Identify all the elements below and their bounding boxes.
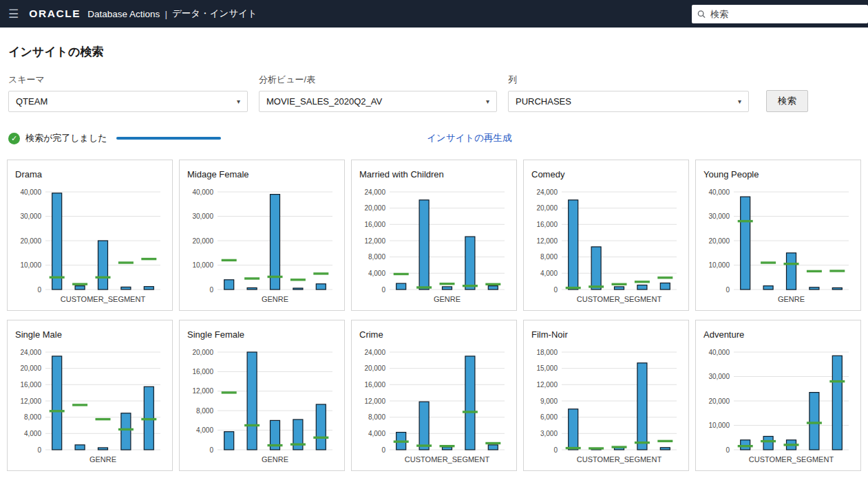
insight-card[interactable]: Comedy 04,0008,00012,00016,00020,00024,0… (523, 160, 689, 311)
insight-card[interactable]: Single Male 04,0008,00012,00016,00020,00… (7, 320, 173, 471)
insight-card[interactable]: Married with Children 04,0008,00012,0001… (351, 160, 517, 311)
svg-text:12,000: 12,000 (364, 397, 385, 405)
svg-text:12,000: 12,000 (20, 397, 41, 405)
svg-text:20,000: 20,000 (192, 349, 213, 356)
svg-text:6,000: 6,000 (540, 413, 558, 421)
breadcrumb-page-name: データ・インサイト (172, 8, 257, 20)
svg-text:16,000: 16,000 (20, 381, 41, 389)
svg-text:16,000: 16,000 (364, 221, 385, 228)
svg-text:4,000: 4,000 (368, 270, 385, 277)
insight-chart: 010,00020,00030,00040,000GENRE (186, 186, 338, 306)
insight-card-title: Comedy (531, 169, 682, 179)
svg-text:CUSTOMER_SEGMENT: CUSTOMER_SEGMENT (577, 455, 662, 463)
svg-text:30,000: 30,000 (20, 212, 41, 220)
svg-text:20,000: 20,000 (536, 204, 558, 212)
svg-text:10,000: 10,000 (708, 422, 730, 429)
filter-row: スキーマ QTEAM ▾ 分析ビュー/表 MOVIE_SALES_2020Q2_… (0, 74, 868, 112)
analytic-view-select[interactable]: MOVIE_SALES_2020Q2_AV ▾ (259, 91, 497, 112)
search-input[interactable] (710, 9, 862, 19)
svg-text:20,000: 20,000 (364, 204, 385, 212)
svg-text:8,000: 8,000 (368, 413, 385, 421)
top-bar: ☰ ORACLE Database Actions | データ・インサイト (0, 0, 868, 28)
svg-text:16,000: 16,000 (192, 368, 213, 375)
insight-chart: 04,0008,00012,00016,00020,00024,000GENRE (358, 186, 510, 306)
svg-text:CUSTOMER_SEGMENT: CUSTOMER_SEGMENT (749, 455, 834, 463)
insight-card-title: Young People (703, 169, 854, 179)
app-title[interactable]: Database Actions (87, 9, 160, 19)
svg-text:4,000: 4,000 (24, 430, 41, 437)
insight-card[interactable]: Adventure 010,00020,00030,00040,000CUSTO… (695, 320, 861, 471)
svg-text:24,000: 24,000 (536, 188, 558, 196)
svg-text:8,000: 8,000 (24, 413, 41, 421)
svg-text:12,000: 12,000 (364, 237, 385, 245)
svg-text:10,000: 10,000 (708, 261, 730, 269)
svg-text:0: 0 (726, 446, 730, 454)
insight-card-title: Crime (359, 329, 510, 340)
schema-select[interactable]: QTEAM ▾ (8, 91, 248, 112)
svg-text:4,000: 4,000 (368, 430, 385, 437)
insight-card[interactable]: Film-Noir 03,0006,0009,00012,00015,00018… (523, 320, 689, 471)
svg-text:30,000: 30,000 (708, 212, 730, 220)
column-field: 列 PURCHASES ▾ (508, 74, 749, 112)
insight-chart: 010,00020,00030,00040,000GENRE (702, 186, 854, 306)
insight-card-title: Midage Female (187, 169, 338, 179)
status-row: ✓ 検索が完了しました インサイトの再生成 (8, 131, 860, 145)
svg-text:10,000: 10,000 (20, 261, 41, 269)
svg-text:12,000: 12,000 (192, 387, 213, 395)
svg-text:0: 0 (37, 286, 41, 294)
insight-chart: 04,0008,00012,00016,00020,00024,000CUSTO… (530, 186, 682, 306)
schema-field: スキーマ QTEAM ▾ (8, 74, 248, 112)
svg-text:8,000: 8,000 (196, 407, 213, 415)
svg-text:20,000: 20,000 (20, 364, 41, 372)
svg-text:0: 0 (553, 446, 558, 454)
svg-text:40,000: 40,000 (708, 349, 730, 356)
insight-card-title: Single Male (15, 329, 166, 340)
page-title: インサイトの検索 (8, 44, 868, 60)
svg-text:20,000: 20,000 (20, 237, 41, 245)
analytic-view-field: 分析ビュー/表 MOVIE_SALES_2020Q2_AV ▾ (259, 74, 497, 112)
insight-card[interactable]: Drama 010,00020,00030,00040,000CUSTOMER_… (7, 160, 173, 311)
regenerate-insights-link[interactable]: インサイトの再生成 (427, 132, 511, 144)
insight-card-title: Film-Noir (531, 329, 682, 340)
svg-text:20,000: 20,000 (708, 397, 730, 405)
svg-text:12,000: 12,000 (536, 381, 558, 389)
svg-text:CUSTOMER_SEGMENT: CUSTOMER_SEGMENT (577, 295, 662, 303)
svg-text:16,000: 16,000 (364, 381, 385, 389)
insight-card-title: Drama (15, 169, 166, 179)
search-button[interactable]: 検索 (766, 90, 808, 112)
svg-text:9,000: 9,000 (540, 397, 558, 405)
hamburger-menu-icon[interactable]: ☰ (8, 8, 19, 20)
insight-card[interactable]: Midage Female 010,00020,00030,00040,000G… (179, 160, 345, 311)
insight-card[interactable]: Crime 04,0008,00012,00016,00020,00024,00… (351, 320, 517, 471)
status-message: 検索が完了しました (25, 132, 107, 144)
svg-text:15,000: 15,000 (536, 364, 558, 372)
svg-text:0: 0 (209, 286, 213, 294)
insight-chart: 04,0008,00012,00016,00020,00024,000CUSTO… (358, 347, 510, 466)
chevron-down-icon: ▾ (486, 98, 489, 105)
insight-card[interactable]: Young People 010,00020,00030,00040,000GE… (695, 160, 861, 311)
svg-text:0: 0 (381, 286, 385, 294)
insight-card-title: Adventure (703, 329, 854, 340)
column-select[interactable]: PURCHASES ▾ (508, 91, 749, 112)
svg-text:0: 0 (553, 286, 558, 294)
svg-text:0: 0 (381, 446, 385, 454)
svg-text:30,000: 30,000 (192, 212, 213, 220)
global-search-box[interactable] (692, 5, 868, 23)
svg-text:GENRE: GENRE (89, 455, 116, 463)
progress-line (116, 137, 221, 140)
svg-text:4,000: 4,000 (196, 426, 213, 434)
svg-text:10,000: 10,000 (192, 261, 213, 269)
svg-text:3,000: 3,000 (540, 430, 558, 437)
svg-text:0: 0 (726, 286, 730, 294)
column-select-value: PURCHASES (516, 96, 571, 107)
insight-chart: 010,00020,00030,00040,000CUSTOMER_SEGMEN… (702, 347, 854, 466)
svg-text:24,000: 24,000 (364, 188, 385, 196)
analytic-view-select-value: MOVIE_SALES_2020Q2_AV (266, 96, 382, 107)
insight-chart: 03,0006,0009,00012,00015,00018,000CUSTOM… (530, 347, 682, 466)
svg-text:CUSTOMER_SEGMENT: CUSTOMER_SEGMENT (61, 295, 146, 303)
insight-card[interactable]: Single Female 04,0008,00012,00016,00020,… (179, 320, 345, 471)
svg-text:0: 0 (37, 446, 41, 454)
insight-chart: 04,0008,00012,00016,00020,000GENRE (186, 347, 338, 466)
svg-text:GENRE: GENRE (778, 295, 805, 303)
svg-text:20,000: 20,000 (192, 237, 213, 245)
